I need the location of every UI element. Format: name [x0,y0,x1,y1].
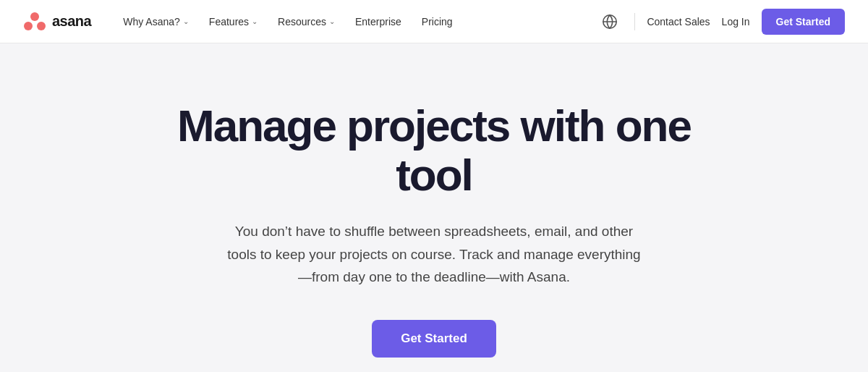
nav-link-features-label: Features [209,16,249,28]
get-started-button-nav[interactable]: Get Started [762,9,845,35]
chevron-down-icon: ⌄ [183,17,189,25]
chevron-down-icon: ⌄ [329,17,335,25]
svg-point-1 [24,22,33,30]
nav-divider [634,13,635,30]
svg-point-0 [30,12,39,21]
nav-right: Contact Sales Log In Get Started [597,9,845,35]
nav-link-enterprise-label: Enterprise [355,16,401,28]
nav-link-resources-label: Resources [278,16,326,28]
asana-logo-icon [23,10,46,33]
hero-section: Manage projects with one tool You don’t … [0,43,868,372]
nav-link-why-asana[interactable]: Why Asana? ⌄ [114,10,197,33]
svg-point-2 [37,22,46,30]
navbar: asana Why Asana? ⌄ Features ⌄ Resources … [0,0,868,43]
login-link[interactable]: Log In [722,16,750,28]
nav-link-features[interactable]: Features ⌄ [200,10,266,33]
nav-link-resources[interactable]: Resources ⌄ [269,10,344,33]
nav-link-enterprise[interactable]: Enterprise [346,10,410,33]
hero-subtitle: You don’t have to shuffle between spread… [224,220,644,288]
globe-icon[interactable] [597,9,623,35]
logo-link[interactable]: asana [23,10,91,33]
nav-link-pricing-label: Pricing [422,16,453,28]
nav-link-pricing[interactable]: Pricing [413,10,461,33]
logo-text: asana [52,13,91,30]
hero-title: Manage projects with one tool [152,101,716,200]
contact-sales-link[interactable]: Contact Sales [647,16,710,28]
nav-links: Why Asana? ⌄ Features ⌄ Resources ⌄ Ente… [114,10,597,33]
nav-link-why-asana-label: Why Asana? [123,16,180,28]
chevron-down-icon: ⌄ [252,17,258,25]
get-started-button-hero[interactable]: Get Started [372,320,496,358]
